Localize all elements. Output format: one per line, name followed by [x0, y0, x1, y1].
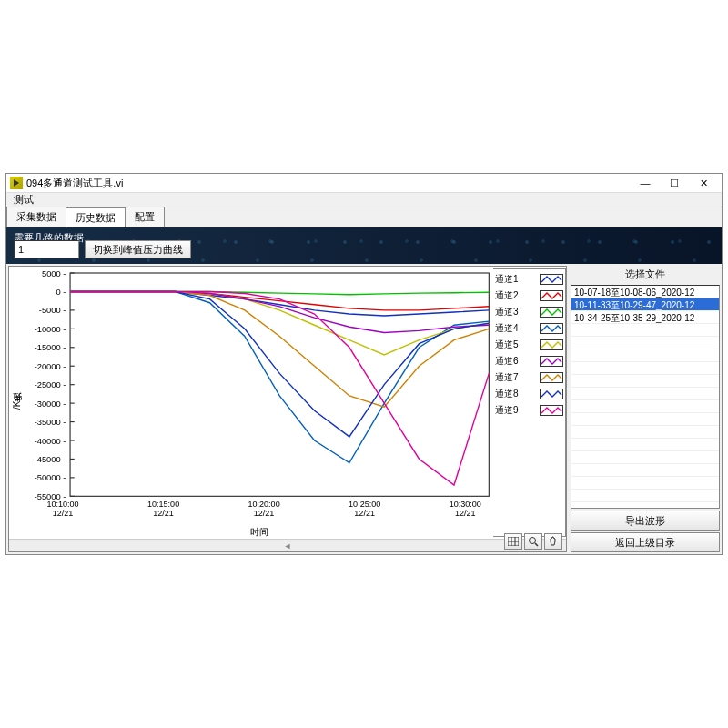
legend-swatch [540, 290, 563, 301]
legend-label: 通道1 [495, 273, 519, 286]
legend-swatch [540, 356, 563, 367]
minimize-button[interactable]: — [631, 174, 660, 192]
grid-tool-icon[interactable] [504, 533, 522, 550]
svg-text:-25000 -: -25000 - [35, 380, 66, 389]
switch-curve-button[interactable]: 切换到峰值压力曲线 [85, 240, 191, 258]
legend-swatch [540, 274, 563, 285]
svg-point-32 [530, 538, 536, 544]
svg-text:-10000 -: -10000 - [35, 325, 66, 334]
tab-collect[interactable]: 采集数据 [6, 207, 66, 227]
app-window: 094多通道测试工具.vi — ☐ ✕ 测试 采集数据 历史数据 配置 需要几路… [5, 173, 723, 555]
chart-pane: 拉力/Kg 5000 -0 --5000 --10000 --15000 --2… [8, 266, 567, 552]
legend-item[interactable]: 通道1 [495, 271, 563, 287]
tabstrip: 采集数据 历史数据 配置 [6, 207, 722, 228]
svg-marker-0 [14, 179, 19, 187]
file-item[interactable]: 10-11-33至10-29-47_2020-12 [571, 298, 719, 311]
y-axis-label: 拉力/Kg [9, 267, 25, 539]
toolbar-banner: 需要几路的数据 切换到峰值压力曲线 [6, 228, 722, 264]
chart-plot[interactable]: 5000 -0 --5000 --10000 --15000 --20000 -… [25, 267, 493, 500]
x-tick: 10:20:0012/21 [248, 500, 280, 519]
chart-scrollbar[interactable]: ◄ [9, 539, 566, 551]
file-list[interactable]: 10-07-18至10-08-06_2020-1210-11-33至10-29-… [571, 285, 720, 509]
menubar: 测试 [6, 193, 722, 207]
legend-swatch [540, 323, 563, 334]
svg-text:-5000 -: -5000 - [39, 306, 66, 315]
svg-text:-50000 -: -50000 - [35, 473, 66, 482]
x-axis-ticks: 10:10:0012/2110:15:0012/2110:20:0012/211… [25, 500, 493, 526]
tab-history[interactable]: 历史数据 [66, 207, 126, 228]
x-tick: 10:25:0012/21 [349, 500, 380, 519]
legend-label: 通道8 [495, 388, 519, 400]
legend-item[interactable]: 通道3 [495, 304, 563, 319]
svg-text:-45000 -: -45000 - [35, 455, 66, 464]
legend-label: 通道3 [495, 306, 519, 318]
legend-swatch [540, 372, 563, 383]
svg-text:-40000 -: -40000 - [35, 437, 66, 446]
window-title: 094多通道测试工具.vi [26, 177, 123, 190]
file-panel: 选择文件 10-07-18至10-08-06_2020-1210-11-33至1… [571, 266, 720, 552]
svg-text:-15000 -: -15000 - [35, 343, 66, 352]
legend-item[interactable]: 通道8 [495, 386, 563, 401]
legend-label: 通道7 [495, 371, 519, 384]
file-panel-header: 选择文件 [571, 266, 720, 283]
legend-item[interactable]: 通道6 [495, 353, 563, 369]
channel-count-input[interactable] [14, 240, 79, 258]
legend-swatch [540, 389, 563, 399]
zoom-tool-icon[interactable] [524, 533, 542, 550]
svg-text:0 -: 0 - [56, 288, 66, 297]
app-icon [10, 177, 23, 189]
legend-item[interactable]: 通道7 [495, 369, 563, 385]
tab-config[interactable]: 配置 [125, 207, 165, 227]
titlebar: 094多通道测试工具.vi — ☐ ✕ [6, 174, 722, 193]
legend-swatch [540, 339, 563, 350]
legend-item[interactable]: 通道2 [495, 288, 563, 303]
export-waveform-button[interactable]: 导出波形 [571, 511, 720, 531]
svg-line-33 [535, 543, 538, 546]
legend-label: 通道9 [495, 404, 519, 417]
svg-text:-20000 -: -20000 - [35, 362, 66, 371]
legend-label: 通道5 [495, 339, 519, 351]
legend-item[interactable]: 通道4 [495, 320, 563, 336]
x-axis-label: 时间 [25, 526, 493, 539]
content-area: 拉力/Kg 5000 -0 --5000 --10000 --15000 --2… [6, 264, 722, 554]
back-button[interactable]: 返回上级目录 [571, 532, 720, 552]
svg-text:-30000 -: -30000 - [35, 399, 66, 409]
legend-item[interactable]: 通道5 [495, 337, 563, 352]
file-item[interactable]: 10-07-18至10-08-06_2020-12 [571, 286, 719, 298]
x-tick: 10:30:0012/21 [450, 500, 481, 519]
legend: 通道1通道2通道3通道4通道5通道6通道7通道8通道9 [493, 268, 566, 537]
close-button[interactable]: ✕ [689, 174, 718, 192]
legend-label: 通道6 [495, 355, 519, 368]
x-tick: 10:15:0012/21 [147, 500, 179, 519]
legend-swatch [540, 307, 563, 318]
legend-label: 通道4 [495, 322, 519, 335]
x-tick: 10:10:0012/21 [47, 500, 79, 519]
svg-text:-35000 -: -35000 - [35, 418, 66, 427]
menu-test[interactable]: 测试 [12, 193, 35, 207]
legend-item[interactable]: 通道9 [495, 402, 563, 418]
legend-label: 通道2 [495, 289, 519, 302]
svg-text:5000 -: 5000 - [42, 269, 66, 278]
hand-tool-icon[interactable] [544, 533, 562, 550]
maximize-button[interactable]: ☐ [660, 174, 689, 192]
file-item[interactable]: 10-34-25至10-35-29_2020-12 [571, 311, 719, 324]
legend-swatch [540, 405, 563, 416]
